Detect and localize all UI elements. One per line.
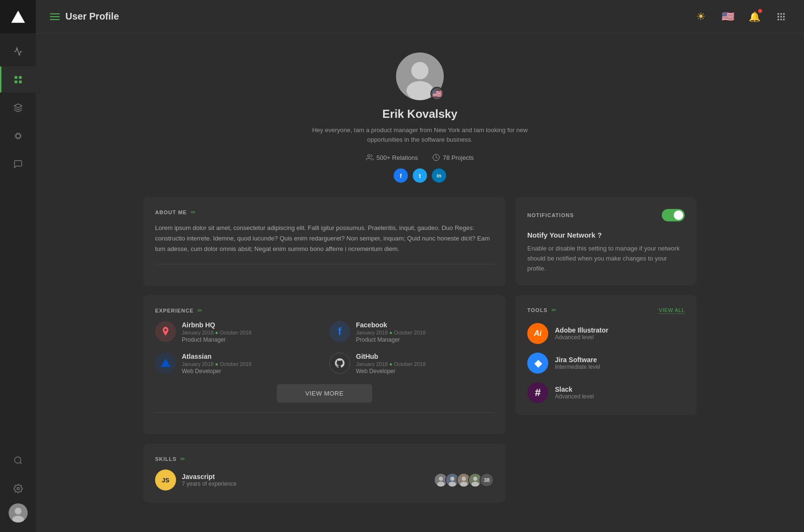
sidebar-item-cube[interactable] xyxy=(0,94,36,121)
sidebar-item-search[interactable] xyxy=(0,447,36,473)
sidebar-item-dashboard[interactable] xyxy=(0,66,36,93)
toggle-knob xyxy=(674,210,683,220)
adobe-illustrator-level: Advanced level xyxy=(555,334,608,341)
twitter-link[interactable]: t xyxy=(413,168,427,183)
svg-point-34 xyxy=(460,482,468,487)
svg-rect-1 xyxy=(14,76,17,79)
notification-dot xyxy=(758,9,762,13)
experience-grid: Airbnb HQ January 2018 ● October 2018 Pr… xyxy=(155,321,494,375)
profile-bio: Hey everyone, Iam a product manager from… xyxy=(305,125,534,144)
atlassian-info: Atlassian January 2018 ● October 2018 We… xyxy=(182,353,251,375)
adobe-illustrator-logo: Ai xyxy=(527,323,548,344)
notifications-card: NOTIFICATIONS Notify Your Network ? Enab… xyxy=(515,197,697,285)
notifications-toggle[interactable] xyxy=(662,209,685,221)
facebook-link[interactable]: f xyxy=(394,168,408,183)
relations-stat: 500+ Relations xyxy=(366,154,418,161)
airbnb-name: Airbnb HQ xyxy=(182,321,251,329)
about-edit-icon[interactable]: ✏ xyxy=(191,209,196,216)
logo[interactable] xyxy=(0,0,36,33)
svg-point-9 xyxy=(15,508,21,514)
svg-rect-19 xyxy=(783,19,784,20)
notifications-description: Enable or disable this setting to manage… xyxy=(527,244,685,273)
github-dates: January 2018 ● October 2018 xyxy=(356,361,426,367)
atlassian-dates: January 2018 ● October 2018 xyxy=(182,361,251,367)
page-title: User Profile xyxy=(65,11,692,22)
github-logo xyxy=(329,353,350,374)
slack-level: Advanced level xyxy=(555,393,594,400)
svg-point-7 xyxy=(17,487,19,490)
svg-point-22 xyxy=(407,81,433,100)
notification-bell-icon[interactable]: 🔔 xyxy=(746,8,763,25)
github-role: Web Developer xyxy=(356,368,426,375)
tool-item-adobe-illustrator: Ai Adobe Illustrator Advanced level xyxy=(527,323,685,344)
airbnb-role: Product Manager xyxy=(182,336,251,343)
tools-edit-icon[interactable]: ✏ xyxy=(552,307,556,313)
facebook-role: Product Manager xyxy=(356,336,426,343)
tool-item-slack: # Slack Advanced level xyxy=(527,382,685,403)
sidebar-item-settings[interactable] xyxy=(0,475,36,501)
flag-icon[interactable]: 🇺🇸 xyxy=(719,8,736,25)
svg-point-23 xyxy=(367,155,370,157)
svg-point-36 xyxy=(473,477,478,481)
experience-title: EXPERIENCE xyxy=(155,308,194,313)
sidebar-item-chat[interactable] xyxy=(0,151,36,177)
user-avatar[interactable] xyxy=(9,503,28,522)
tools-view-all-link[interactable]: VIEW ALL xyxy=(659,307,685,313)
grid-icon[interactable] xyxy=(773,8,790,25)
svg-point-37 xyxy=(471,482,479,487)
header: User Profile ☀ 🇺🇸 🔔 xyxy=(36,0,804,33)
svg-rect-11 xyxy=(778,13,779,14)
svg-marker-25 xyxy=(161,358,170,367)
menu-icon[interactable] xyxy=(50,13,60,20)
tools-header: TOOLS ✏ VIEW ALL xyxy=(527,307,685,313)
atlassian-logo xyxy=(155,353,176,374)
skills-edit-icon[interactable]: ✏ xyxy=(180,456,185,462)
notifications-title: NOTIFICATIONS xyxy=(527,212,574,218)
tools-card: TOOLS ✏ VIEW ALL Ai Adobe Illustrator Ad… xyxy=(515,295,697,415)
sidebar-item-chip[interactable] xyxy=(0,123,36,149)
svg-rect-12 xyxy=(780,13,782,14)
svg-rect-15 xyxy=(780,16,782,17)
sun-icon[interactable]: ☀ xyxy=(692,8,710,25)
jira-info: Jira Software Intermediate level xyxy=(555,356,600,370)
social-links: f t in xyxy=(394,168,446,183)
sidebar-item-activity[interactable] xyxy=(0,38,36,64)
facebook-logo: f xyxy=(329,321,350,342)
svg-point-6 xyxy=(14,457,21,463)
profile-area: 🇺🇸 Erik Kovalsky Hey everyone, Iam a pro… xyxy=(36,33,804,197)
svg-rect-17 xyxy=(778,19,779,20)
projects-stat: 78 Projects xyxy=(432,154,474,161)
skills-header: SKILLS ✏ xyxy=(155,456,494,462)
svg-point-28 xyxy=(437,482,445,487)
sidebar-bottom xyxy=(0,447,36,532)
svg-point-21 xyxy=(411,62,428,79)
linkedin-link[interactable]: in xyxy=(432,168,446,183)
javascript-name: Javascript xyxy=(182,473,428,480)
right-column: NOTIFICATIONS Notify Your Network ? Enab… xyxy=(515,197,697,502)
about-text: Lorem ipsum dolor sit amet, consectetur … xyxy=(155,223,494,254)
airbnb-logo xyxy=(155,321,176,342)
exp-item-github: GitHub January 2018 ● October 2018 Web D… xyxy=(329,353,494,375)
profile-stats: 500+ Relations 78 Projects xyxy=(366,154,474,161)
svg-rect-13 xyxy=(783,13,784,14)
javascript-badge: JS xyxy=(155,469,176,490)
endorser-count: 38 xyxy=(480,473,494,487)
atlassian-name: Atlassian xyxy=(182,353,251,360)
svg-point-31 xyxy=(449,482,456,487)
svg-rect-4 xyxy=(19,80,21,83)
notify-network-question: Notify Your Network ? xyxy=(527,231,685,239)
svg-rect-2 xyxy=(19,76,21,79)
javascript-info: Javascript 7 years of experience xyxy=(182,473,428,487)
adobe-illustrator-name: Adobe Illustrator xyxy=(555,326,608,334)
profile-flag: 🇺🇸 xyxy=(430,87,444,100)
svg-point-27 xyxy=(439,477,443,481)
experience-header: EXPERIENCE ✏ xyxy=(155,307,494,314)
javascript-experience: 7 years of experience xyxy=(182,480,428,487)
airbnb-info: Airbnb HQ January 2018 ● October 2018 Pr… xyxy=(182,321,251,343)
view-more-button[interactable]: VIEW MORE xyxy=(277,384,372,403)
skills-title: SKILLS xyxy=(155,456,177,462)
airbnb-dates: January 2018 ● October 2018 xyxy=(182,330,251,335)
experience-edit-icon[interactable]: ✏ xyxy=(198,307,202,314)
skills-card: SKILLS ✏ JS Javascript 7 years of experi… xyxy=(143,444,506,502)
avatar-wrapper: 🇺🇸 xyxy=(396,52,444,100)
